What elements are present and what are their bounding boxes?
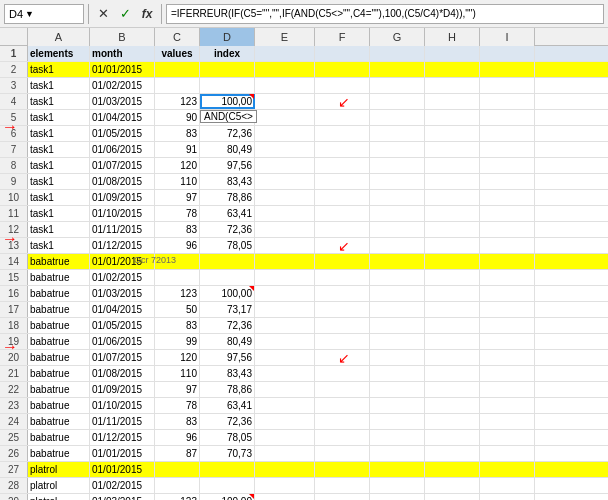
cell-20-a[interactable]: babatrue bbox=[28, 350, 90, 365]
cell-3-b[interactable]: 01/02/2015 bbox=[90, 78, 155, 93]
cell-14-a[interactable]: babatrue bbox=[28, 254, 90, 269]
cell-27-g[interactable] bbox=[370, 462, 425, 477]
cell-4-h[interactable] bbox=[425, 94, 480, 109]
cell-1-c[interactable]: values bbox=[155, 46, 200, 61]
cell-12-i[interactable] bbox=[480, 222, 535, 237]
cell-15-h[interactable] bbox=[425, 270, 480, 285]
cell-29-h[interactable] bbox=[425, 494, 480, 500]
cell-9-f[interactable] bbox=[315, 174, 370, 189]
cell-2-f[interactable] bbox=[315, 62, 370, 77]
cell-1-f[interactable] bbox=[315, 46, 370, 61]
cell-24-b[interactable]: 01/11/2015 bbox=[90, 414, 155, 429]
cell-28-i[interactable] bbox=[480, 478, 535, 493]
cell-18-e[interactable] bbox=[255, 318, 315, 333]
cell-13-e[interactable] bbox=[255, 238, 315, 253]
cell-1-g[interactable] bbox=[370, 46, 425, 61]
cell-3-f[interactable] bbox=[315, 78, 370, 93]
cell-29-a[interactable]: platrol bbox=[28, 494, 90, 500]
cell-24-g[interactable] bbox=[370, 414, 425, 429]
cell-14-i[interactable] bbox=[480, 254, 535, 269]
cell-8-a[interactable]: task1 bbox=[28, 158, 90, 173]
cell-17-d[interactable]: 73,17 bbox=[200, 302, 255, 317]
cell-29-i[interactable] bbox=[480, 494, 535, 500]
cell-11-e[interactable] bbox=[255, 206, 315, 221]
cell-1-d[interactable]: index bbox=[200, 46, 255, 61]
cell-26-h[interactable] bbox=[425, 446, 480, 461]
cell-8-b[interactable]: 01/07/2015 bbox=[90, 158, 155, 173]
cell-12-e[interactable] bbox=[255, 222, 315, 237]
cell-23-b[interactable]: 01/10/2015 bbox=[90, 398, 155, 413]
cell-21-g[interactable] bbox=[370, 366, 425, 381]
cell-18-a[interactable]: babatrue bbox=[28, 318, 90, 333]
cell-5-h[interactable] bbox=[425, 110, 480, 125]
cell-19-c[interactable]: 99 bbox=[155, 334, 200, 349]
cell-17-i[interactable] bbox=[480, 302, 535, 317]
col-header-c[interactable]: C bbox=[155, 28, 200, 46]
cell-7-i[interactable] bbox=[480, 142, 535, 157]
cell-8-g[interactable] bbox=[370, 158, 425, 173]
cell-10-a[interactable]: task1 bbox=[28, 190, 90, 205]
cell-20-e[interactable] bbox=[255, 350, 315, 365]
cell-10-g[interactable] bbox=[370, 190, 425, 205]
cell-29-g[interactable] bbox=[370, 494, 425, 500]
cell-10-d[interactable]: 78,86 bbox=[200, 190, 255, 205]
cell-9-i[interactable] bbox=[480, 174, 535, 189]
cell-15-d[interactable] bbox=[200, 270, 255, 285]
cell-11-g[interactable] bbox=[370, 206, 425, 221]
cell-14-e[interactable] bbox=[255, 254, 315, 269]
cell-10-b[interactable]: 01/09/2015 bbox=[90, 190, 155, 205]
cell-15-f[interactable] bbox=[315, 270, 370, 285]
cell-6-i[interactable] bbox=[480, 126, 535, 141]
formula-bar[interactable]: =IFERREUR(IF(C5="","",IF(AND(C5<>"",C4="… bbox=[166, 4, 604, 24]
cell-18-b[interactable]: 01/05/2015 bbox=[90, 318, 155, 333]
cell-25-a[interactable]: babatrue bbox=[28, 430, 90, 445]
cell-26-d[interactable]: 70,73 bbox=[200, 446, 255, 461]
cell-18-h[interactable] bbox=[425, 318, 480, 333]
cell-11-i[interactable] bbox=[480, 206, 535, 221]
cell-5-c[interactable]: 90 bbox=[155, 110, 200, 125]
cell-23-c[interactable]: 78 bbox=[155, 398, 200, 413]
cell-19-f[interactable] bbox=[315, 334, 370, 349]
cell-7-h[interactable] bbox=[425, 142, 480, 157]
col-header-e[interactable]: E bbox=[255, 28, 315, 46]
cell-27-b[interactable]: 01/01/2015 bbox=[90, 462, 155, 477]
cell-10-h[interactable] bbox=[425, 190, 480, 205]
cell-26-g[interactable] bbox=[370, 446, 425, 461]
cell-2-b[interactable]: 01/01/2015 bbox=[90, 62, 155, 77]
cell-28-f[interactable] bbox=[315, 478, 370, 493]
cell-3-c[interactable] bbox=[155, 78, 200, 93]
fx-button[interactable]: fx bbox=[137, 4, 157, 24]
cell-22-b[interactable]: 01/09/2015 bbox=[90, 382, 155, 397]
cell-20-b[interactable]: 01/07/2015 bbox=[90, 350, 155, 365]
cell-3-g[interactable] bbox=[370, 78, 425, 93]
cell-3-e[interactable] bbox=[255, 78, 315, 93]
cell-26-c[interactable]: 87 bbox=[155, 446, 200, 461]
cell-28-b[interactable]: 01/02/2015 bbox=[90, 478, 155, 493]
cell-3-a[interactable]: task1 bbox=[28, 78, 90, 93]
cell-16-c[interactable]: 123 bbox=[155, 286, 200, 301]
cell-26-i[interactable] bbox=[480, 446, 535, 461]
cell-19-g[interactable] bbox=[370, 334, 425, 349]
cell-17-e[interactable] bbox=[255, 302, 315, 317]
cell-27-e[interactable] bbox=[255, 462, 315, 477]
cell-14-g[interactable] bbox=[370, 254, 425, 269]
cell-16-g[interactable] bbox=[370, 286, 425, 301]
cell-6-g[interactable] bbox=[370, 126, 425, 141]
cell-15-e[interactable] bbox=[255, 270, 315, 285]
cell-22-e[interactable] bbox=[255, 382, 315, 397]
cell-12-d[interactable]: 72,36 bbox=[200, 222, 255, 237]
cell-20-c[interactable]: 120 bbox=[155, 350, 200, 365]
cell-23-a[interactable]: babatrue bbox=[28, 398, 90, 413]
cell-19-d[interactable]: 80,49 bbox=[200, 334, 255, 349]
cell-15-c[interactable] bbox=[155, 270, 200, 285]
cell-14-h[interactable] bbox=[425, 254, 480, 269]
cell-12-b[interactable]: 01/11/2015 bbox=[90, 222, 155, 237]
cell-20-h[interactable] bbox=[425, 350, 480, 365]
cell-7-d[interactable]: 80,49 bbox=[200, 142, 255, 157]
cell-17-h[interactable] bbox=[425, 302, 480, 317]
cell-16-e[interactable] bbox=[255, 286, 315, 301]
cell-29-f[interactable] bbox=[315, 494, 370, 500]
cell-22-c[interactable]: 97 bbox=[155, 382, 200, 397]
cell-15-i[interactable] bbox=[480, 270, 535, 285]
cell-2-a[interactable]: task1 bbox=[28, 62, 90, 77]
